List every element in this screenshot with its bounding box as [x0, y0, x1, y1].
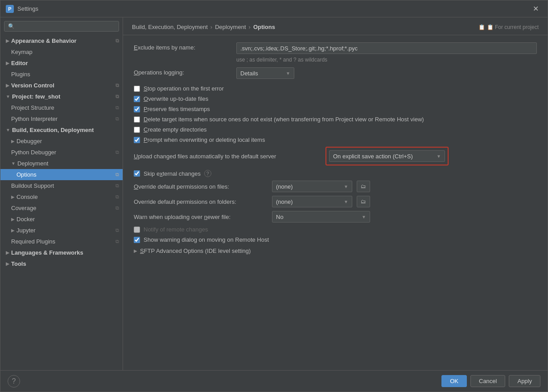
operations-label: Operations logging:	[134, 67, 232, 76]
warn-dropdown[interactable]: No ▼	[272, 211, 370, 223]
notify-checkbox[interactable]	[134, 227, 140, 233]
operations-dropdown[interactable]: Details ▼	[236, 67, 294, 79]
expand-arrow: ▶	[11, 194, 15, 199]
exclude-hint: use ; as delimiter, * and ? as wildcards	[236, 57, 537, 63]
expand-arrow: ▼	[11, 161, 16, 166]
sidebar-item-label: Coverage	[11, 205, 36, 211]
chevron-down-icon: ▼	[344, 184, 348, 189]
sidebar-item-docker[interactable]: ▶ Docker	[0, 214, 123, 225]
breadcrumb-part3: Options	[253, 24, 275, 30]
copy-icon: ⧉	[115, 94, 119, 99]
breadcrumb-part1: Build, Execution, Deployment	[132, 24, 208, 30]
app-icon: P	[6, 5, 14, 13]
sidebar-item-jupyter[interactable]: ▶ Jupyter ⧉	[0, 225, 123, 236]
sidebar-item-options[interactable]: Options ⧉	[0, 169, 123, 180]
upload-row: Upload changed files automatically to th…	[134, 147, 537, 165]
prompt-overwrite-row: Prompt when overwriting or deleting loca…	[134, 136, 537, 143]
skip-external-checkbox[interactable]	[134, 170, 140, 177]
chevron-down-icon: ▼	[344, 199, 348, 204]
expand-arrow: ▶	[6, 250, 9, 255]
exclude-label: Exclude items by name:	[134, 42, 232, 51]
preserve-timestamps-checkbox[interactable]	[134, 106, 140, 112]
help-button[interactable]: ?	[8, 375, 20, 388]
sidebar-item-console[interactable]: ▶ Console ⧉	[0, 191, 123, 202]
sidebar-item-build[interactable]: ▼ Build, Execution, Deployment	[0, 124, 123, 136]
search-box[interactable]: 🔍	[4, 21, 119, 32]
warn-value: No	[276, 214, 284, 220]
copy-icon: ⧉	[115, 116, 119, 122]
sidebar-item-languages[interactable]: ▶ Languages & Frameworks	[0, 247, 123, 258]
copy-icon: ⧉	[115, 38, 119, 44]
sidebar-item-appearance[interactable]: ▶ Appearance & Behavior ⧉	[0, 35, 123, 46]
options-panel: Exclude items by name: use ; as delimite…	[123, 35, 548, 370]
footer-buttons: OK Cancel Apply	[441, 375, 540, 387]
ok-button[interactable]: OK	[441, 375, 467, 387]
footer: ? OK Cancel Apply	[0, 370, 548, 392]
sidebar-item-buildout[interactable]: Buildout Support ⧉	[0, 180, 123, 191]
copy-icon: ⧉	[115, 83, 119, 88]
expand-arrow: ▼	[6, 128, 10, 132]
exclude-row: Exclude items by name:	[134, 42, 537, 54]
sidebar-item-label: Languages & Frameworks	[11, 249, 83, 256]
upload-label: Upload changed files automatically to th…	[134, 153, 321, 160]
sidebar-item-editor[interactable]: ▶ Editor	[0, 58, 123, 69]
sidebar-item-label: Docker	[16, 216, 35, 223]
sidebar-item-label: Jupyter	[16, 227, 36, 234]
breadcrumb-sep2: ›	[249, 24, 251, 30]
overwrite-label: Overwrite up-to-date files	[144, 95, 208, 102]
sidebar-item-label: Console	[16, 194, 38, 200]
show-warning-label: Show warning dialog on moving on Remote …	[144, 236, 269, 243]
sidebar-item-debugger[interactable]: ▶ Debugger	[0, 136, 123, 147]
sidebar-item-project-structure[interactable]: Project Structure ⧉	[0, 102, 123, 113]
sidebar-item-required-plugins[interactable]: Required Plugins ⧉	[0, 236, 123, 247]
sidebar-item-python-debugger[interactable]: Python Debugger ⧉	[0, 147, 123, 158]
stop-on-error-checkbox[interactable]	[134, 86, 140, 92]
sidebar-item-label: Tools	[11, 260, 26, 267]
copy-icon: ⧉	[115, 105, 119, 111]
expand-arrow: ▼	[6, 94, 10, 99]
sidebar-item-label: Buildout Support	[11, 182, 54, 189]
sidebar-item-coverage[interactable]: Coverage ⧉	[0, 202, 123, 214]
breadcrumb-sep1: ›	[210, 24, 212, 30]
sidebar-item-tools[interactable]: ▶ Tools	[0, 258, 123, 269]
sidebar-item-plugins[interactable]: Plugins	[0, 69, 123, 80]
sftp-row: ▶ SFTP Advanced Options (IDE level setti…	[134, 248, 537, 254]
operations-row: Operations logging: Details ▼	[134, 67, 537, 79]
create-dirs-checkbox[interactable]	[134, 127, 140, 133]
show-warning-checkbox[interactable]	[134, 237, 140, 243]
search-input[interactable]	[17, 23, 115, 29]
override-files-folder-button[interactable]: 🗂	[357, 181, 370, 192]
expand-arrow: ▶	[6, 38, 9, 43]
chevron-down-icon: ▼	[286, 71, 290, 76]
sidebar-item-version-control[interactable]: ▶ Version Control ⧉	[0, 80, 123, 91]
sidebar-item-python-interpreter[interactable]: Python Interpreter ⧉	[0, 113, 123, 124]
delete-target-checkbox[interactable]	[134, 116, 140, 123]
apply-button[interactable]: Apply	[509, 375, 540, 387]
upload-dropdown[interactable]: On explicit save action (Ctrl+S) ▼	[329, 150, 445, 162]
sidebar-item-label: Deployment	[17, 160, 48, 167]
sidebar-item-project[interactable]: ▼ Project: few_shot ⧉	[0, 91, 123, 102]
warn-label: Warn when uploading over newer file:	[134, 214, 268, 220]
override-files-dropdown[interactable]: (none) ▼	[272, 181, 352, 192]
breadcrumb: Build, Execution, Deployment › Deploymen…	[123, 17, 548, 35]
upload-dropdown-wrapper: On explicit save action (Ctrl+S) ▼	[326, 147, 449, 165]
exclude-input[interactable]	[236, 42, 537, 54]
expand-arrow: ▶	[6, 83, 9, 88]
preserve-timestamps-row: Preserve files timestamps	[134, 106, 537, 112]
overwrite-checkbox[interactable]	[134, 96, 140, 102]
sidebar-item-label: Plugins	[11, 71, 30, 78]
expand-arrow: ▶	[11, 139, 15, 144]
sidebar: 🔍 ▶ Appearance & Behavior ⧉ Keymap ▶ Edi…	[0, 17, 123, 370]
override-folders-folder-button[interactable]: 🗂	[357, 196, 370, 207]
sidebar-item-deployment[interactable]: ▼ Deployment	[0, 158, 123, 169]
expand-arrow: ▶	[134, 248, 137, 253]
cancel-button[interactable]: Cancel	[470, 375, 505, 387]
override-folders-dropdown[interactable]: (none) ▼	[272, 196, 352, 207]
close-button[interactable]: ✕	[529, 3, 542, 15]
page-icon: 📋	[478, 24, 485, 30]
for-project-label: 📋 📋 For current project	[478, 24, 539, 30]
help-icon[interactable]: ?	[204, 170, 211, 177]
expand-arrow: ▶	[11, 217, 15, 222]
sidebar-item-keymap[interactable]: Keymap	[0, 46, 123, 58]
prompt-overwrite-checkbox[interactable]	[134, 137, 140, 143]
